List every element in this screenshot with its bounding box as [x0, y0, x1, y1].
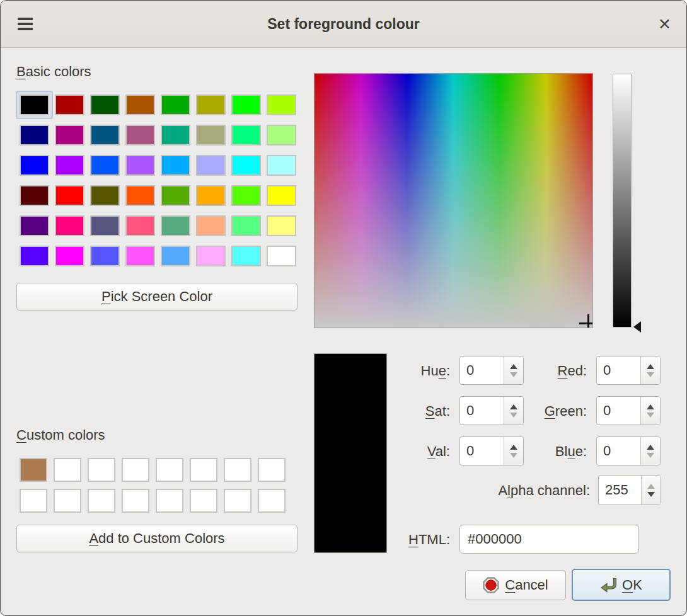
color-swatch[interactable] — [125, 94, 155, 115]
color-swatch[interactable] — [190, 489, 217, 513]
alpha-spin-buttons[interactable] — [641, 476, 661, 505]
color-swatch[interactable] — [54, 489, 81, 513]
spin-up-icon[interactable] — [647, 364, 654, 369]
color-swatch[interactable] — [267, 94, 296, 115]
color-swatch[interactable] — [20, 215, 49, 236]
color-swatch[interactable] — [267, 155, 296, 176]
color-swatch[interactable] — [90, 246, 120, 266]
color-swatch[interactable] — [224, 489, 251, 513]
red-spin-buttons[interactable] — [640, 356, 660, 384]
color-swatch[interactable] — [88, 489, 115, 513]
color-dialog-window: Set foreground colour ✕ Basic colors Pic… — [0, 0, 687, 616]
color-swatch[interactable] — [161, 185, 190, 206]
green-spin-buttons[interactable] — [640, 397, 660, 425]
color-swatch[interactable] — [88, 458, 115, 482]
spin-down-icon[interactable] — [647, 453, 654, 458]
color-swatch[interactable] — [20, 489, 47, 513]
color-swatch[interactable] — [231, 185, 261, 206]
color-swatch[interactable] — [55, 155, 84, 176]
color-swatch[interactable] — [55, 125, 84, 145]
color-swatch[interactable] — [20, 155, 49, 176]
color-swatch[interactable] — [156, 489, 183, 513]
alpha-spinbox[interactable]: 255 — [598, 475, 661, 505]
color-swatch[interactable] — [20, 246, 49, 266]
color-swatch[interactable] — [125, 215, 155, 236]
color-swatch[interactable] — [55, 94, 84, 115]
color-swatch[interactable] — [122, 489, 149, 513]
green-spinbox[interactable]: 0 — [596, 396, 661, 425]
color-swatch[interactable] — [125, 155, 155, 176]
add-to-custom-colors-button[interactable]: Add to Custom Colors — [16, 525, 297, 552]
color-swatch[interactable] — [196, 215, 226, 236]
close-icon[interactable]: ✕ — [658, 1, 671, 47]
color-swatch[interactable] — [267, 185, 296, 206]
color-swatch[interactable] — [267, 125, 296, 145]
color-swatch[interactable] — [196, 246, 226, 266]
cancel-button[interactable]: Cancel — [465, 570, 566, 600]
color-swatch[interactable] — [90, 215, 120, 236]
val-label: Val: — [341, 443, 450, 460]
color-swatch[interactable] — [122, 458, 149, 482]
green-label: Green: — [486, 403, 587, 419]
custom-colors-label: Custom colors — [16, 427, 105, 443]
color-swatch[interactable] — [190, 458, 217, 482]
spin-down-icon[interactable] — [647, 372, 654, 377]
color-swatch[interactable] — [125, 246, 155, 266]
color-swatch[interactable] — [231, 94, 261, 115]
color-swatch[interactable] — [196, 125, 226, 145]
hue-label: Hue: — [341, 363, 450, 379]
color-swatch[interactable] — [196, 94, 226, 115]
color-swatch[interactable] — [267, 246, 296, 266]
color-swatch[interactable] — [161, 215, 190, 236]
return-arrow-icon — [600, 577, 616, 593]
color-swatch[interactable] — [161, 246, 190, 266]
blue-spin-buttons[interactable] — [640, 437, 660, 465]
spin-up-icon[interactable] — [647, 404, 654, 409]
color-swatch[interactable] — [258, 458, 286, 482]
color-swatch[interactable] — [196, 155, 226, 176]
color-swatch[interactable] — [20, 458, 47, 482]
blue-spinbox[interactable]: 0 — [596, 436, 661, 465]
value-slider-handle[interactable] — [633, 321, 641, 333]
color-swatch[interactable] — [231, 125, 261, 145]
color-swatch[interactable] — [55, 215, 84, 236]
spin-down-icon[interactable] — [647, 413, 654, 418]
ok-button[interactable]: OK — [572, 569, 671, 601]
value-slider[interactable] — [613, 74, 632, 328]
sat-label: Sat: — [341, 403, 450, 419]
color-swatch[interactable] — [231, 155, 261, 176]
color-swatch[interactable] — [90, 125, 120, 145]
spin-down-icon[interactable] — [647, 492, 655, 497]
color-swatch[interactable] — [161, 155, 190, 176]
custom-colors-grid — [20, 458, 286, 513]
pick-screen-color-button[interactable]: Pick Screen Color — [16, 283, 297, 311]
spin-up-icon[interactable] — [647, 445, 654, 450]
color-swatch[interactable] — [90, 94, 120, 115]
color-swatch[interactable] — [231, 246, 261, 266]
color-swatch[interactable] — [55, 185, 84, 206]
color-swatch[interactable] — [258, 489, 286, 513]
color-swatch[interactable] — [224, 458, 251, 482]
color-swatch[interactable] — [90, 155, 120, 176]
color-swatch[interactable] — [20, 125, 49, 145]
color-swatch[interactable] — [161, 94, 190, 115]
hue-saturation-picker[interactable] — [314, 73, 593, 328]
color-swatch[interactable] — [125, 185, 155, 206]
color-swatch[interactable] — [161, 125, 190, 145]
red-spinbox[interactable]: 0 — [596, 356, 661, 385]
color-swatch[interactable] — [90, 185, 120, 206]
color-swatch[interactable] — [54, 458, 81, 482]
basic-colors-label: Basic colors — [16, 64, 91, 80]
color-swatch[interactable] — [156, 458, 183, 482]
spin-up-icon[interactable] — [647, 484, 655, 489]
color-swatch[interactable] — [20, 94, 49, 115]
color-swatch[interactable] — [231, 215, 261, 236]
color-swatch[interactable] — [196, 185, 226, 206]
color-swatch[interactable] — [125, 125, 155, 145]
color-swatch[interactable] — [55, 246, 84, 266]
picker-crosshair — [587, 314, 589, 328]
title-bar: Set foreground colour ✕ — [1, 1, 686, 48]
color-swatch[interactable] — [267, 215, 296, 236]
color-swatch[interactable] — [20, 185, 49, 206]
html-color-input[interactable] — [459, 525, 639, 554]
